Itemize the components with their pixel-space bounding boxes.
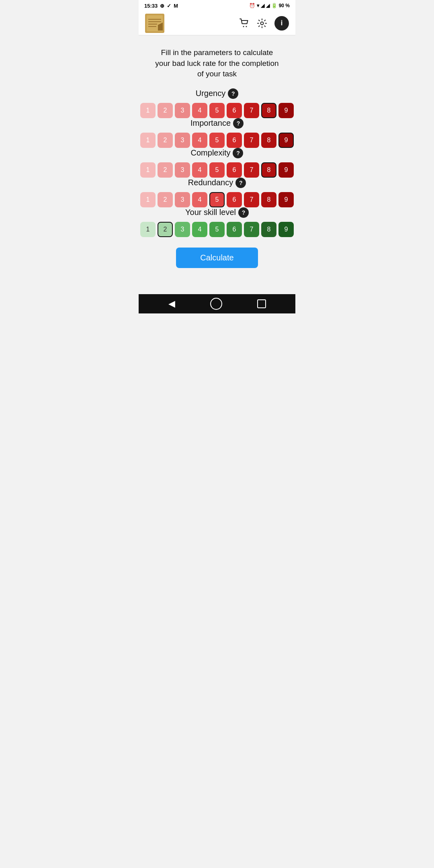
num-btn-complexity-9[interactable]: 9	[278, 162, 294, 178]
num-btn-urgency-1[interactable]: 1	[140, 103, 156, 118]
num-btn-urgency-3[interactable]: 3	[175, 103, 190, 118]
num-btn-urgency-9[interactable]: 9	[278, 103, 294, 118]
num-btn-importance-6[interactable]: 6	[227, 133, 242, 148]
num-label-skill-9: 9	[285, 226, 288, 233]
param-label-redundancy: Redundancy	[188, 178, 233, 187]
num-label-urgency-4: 4	[198, 107, 202, 114]
num-label-urgency-9: 9	[285, 107, 288, 114]
back-icon[interactable]: ◀	[168, 299, 175, 309]
num-btn-urgency-5[interactable]: 5	[209, 103, 225, 118]
home-icon[interactable]	[210, 298, 222, 310]
num-label-redundancy-5: 5	[215, 196, 219, 203]
battery-percent: 90 %	[279, 3, 290, 8]
num-btn-redundancy-8[interactable]: 8	[261, 192, 276, 207]
num-label-urgency-2: 2	[164, 107, 167, 114]
description-text: Fill in the parameters to calculate your…	[153, 47, 281, 80]
gear-button[interactable]	[257, 18, 267, 29]
num-btn-complexity-6[interactable]: 6	[227, 162, 242, 178]
cart-icon	[239, 18, 250, 29]
num-label-complexity-1: 1	[146, 166, 150, 174]
num-btn-skill-8[interactable]: 8	[261, 222, 276, 237]
num-label-skill-6: 6	[233, 226, 236, 233]
num-label-complexity-4: 4	[198, 166, 202, 174]
num-btn-skill-9[interactable]: 9	[278, 222, 294, 237]
num-btn-redundancy-1[interactable]: 1	[140, 192, 156, 207]
num-btn-importance-8[interactable]: 8	[261, 133, 276, 148]
num-btn-redundancy-4[interactable]: 4	[192, 192, 207, 207]
number-row-complexity: 123456789	[140, 162, 294, 178]
number-row-skill: 123456789	[140, 222, 294, 237]
param-title-redundancy: Redundancy?	[188, 178, 246, 188]
num-btn-urgency-7[interactable]: 7	[244, 103, 259, 118]
info-icon: i	[280, 19, 283, 27]
num-btn-importance-5[interactable]: 5	[209, 133, 225, 148]
num-btn-skill-4[interactable]: 4	[192, 222, 207, 237]
param-label-importance: Importance	[190, 119, 231, 128]
num-label-redundancy-1: 1	[146, 196, 150, 203]
num-btn-importance-9[interactable]: 9	[278, 133, 294, 148]
recents-icon[interactable]	[257, 299, 266, 308]
num-btn-importance-4[interactable]: 4	[192, 133, 207, 148]
num-btn-skill-7[interactable]: 7	[244, 222, 259, 237]
num-btn-redundancy-9[interactable]: 9	[278, 192, 294, 207]
num-btn-importance-1[interactable]: 1	[140, 133, 156, 148]
num-label-skill-8: 8	[267, 226, 271, 233]
param-section-skill: Your skill level?123456789	[140, 207, 294, 237]
num-btn-redundancy-5[interactable]: 5	[209, 192, 225, 207]
num-label-importance-4: 4	[198, 137, 202, 144]
help-icon-skill[interactable]: ?	[238, 207, 249, 218]
number-row-redundancy: 123456789	[140, 192, 294, 207]
status-bar: 15:33 ⊕ ✓ M ⏰ ▾ ◢ ◢ 🔋 90 %	[139, 0, 295, 11]
num-btn-complexity-5[interactable]: 5	[209, 162, 225, 178]
param-section-complexity: Complexity?123456789	[140, 148, 294, 178]
param-title-urgency: Urgency?	[196, 88, 238, 99]
num-btn-redundancy-6[interactable]: 6	[227, 192, 242, 207]
num-btn-redundancy-2[interactable]: 2	[158, 192, 173, 207]
num-btn-importance-7[interactable]: 7	[244, 133, 259, 148]
help-icon-importance[interactable]: ?	[233, 118, 244, 129]
param-label-urgency: Urgency	[196, 89, 225, 98]
num-label-redundancy-9: 9	[285, 196, 288, 203]
num-btn-complexity-7[interactable]: 7	[244, 162, 259, 178]
num-btn-urgency-6[interactable]: 6	[227, 103, 242, 118]
param-section-urgency: Urgency?123456789	[140, 88, 294, 118]
num-label-complexity-5: 5	[215, 166, 219, 174]
num-label-redundancy-8: 8	[267, 196, 271, 203]
num-btn-complexity-3[interactable]: 3	[175, 162, 190, 178]
num-btn-redundancy-7[interactable]: 7	[244, 192, 259, 207]
num-btn-skill-6[interactable]: 6	[227, 222, 242, 237]
num-btn-complexity-1[interactable]: 1	[140, 162, 156, 178]
num-label-complexity-3: 3	[181, 166, 184, 174]
num-btn-skill-1[interactable]: 1	[140, 222, 156, 237]
help-icon-complexity[interactable]: ?	[233, 148, 243, 158]
privacy-icon: ⊕	[160, 3, 164, 9]
num-btn-skill-2[interactable]: 2	[158, 222, 173, 237]
help-icon-urgency[interactable]: ?	[228, 88, 238, 99]
check-icon: ✓	[167, 3, 171, 9]
num-btn-importance-2[interactable]: 2	[158, 133, 173, 148]
num-btn-skill-3[interactable]: 3	[175, 222, 190, 237]
num-btn-urgency-4[interactable]: 4	[192, 103, 207, 118]
calculate-button[interactable]: Calculate	[176, 248, 258, 268]
num-btn-complexity-8[interactable]: 8	[261, 162, 276, 178]
help-icon-redundancy[interactable]: ?	[235, 178, 246, 188]
status-left: 15:33 ⊕ ✓ M	[144, 3, 178, 9]
num-label-importance-7: 7	[250, 137, 254, 144]
battery-icon: 🔋	[271, 3, 277, 8]
num-btn-complexity-4[interactable]: 4	[192, 162, 207, 178]
num-btn-urgency-2[interactable]: 2	[158, 103, 173, 118]
num-btn-redundancy-3[interactable]: 3	[175, 192, 190, 207]
num-label-complexity-2: 2	[164, 166, 167, 174]
num-btn-urgency-8[interactable]: 8	[261, 103, 276, 118]
num-label-skill-4: 4	[198, 226, 202, 233]
num-btn-skill-5[interactable]: 5	[209, 222, 225, 237]
cart-button[interactable]	[239, 18, 250, 29]
num-btn-importance-3[interactable]: 3	[175, 133, 190, 148]
num-label-importance-3: 3	[181, 137, 184, 144]
app-bar-icons: i	[239, 16, 289, 31]
num-btn-complexity-2[interactable]: 2	[158, 162, 173, 178]
svg-point-7	[243, 26, 244, 27]
info-button[interactable]: i	[274, 16, 289, 31]
app-bar: i	[139, 11, 295, 35]
app-logo	[145, 14, 164, 33]
